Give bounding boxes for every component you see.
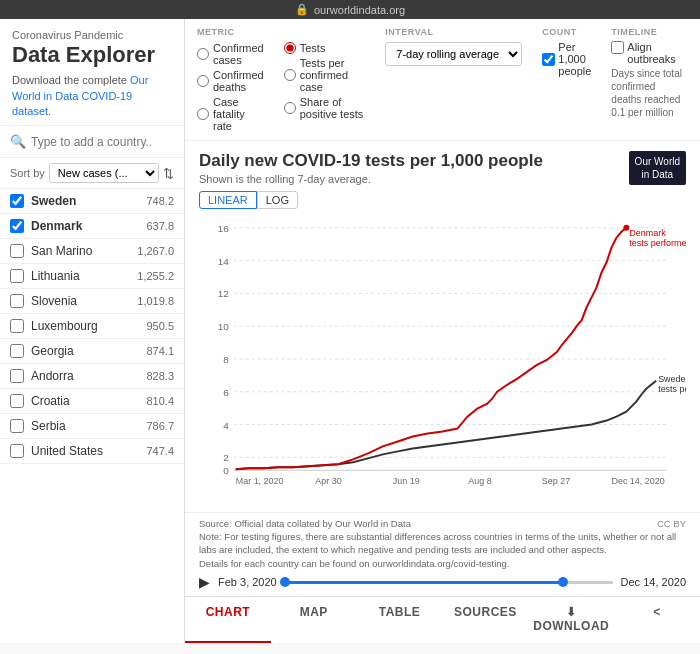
play-button[interactable]: ▶ [199,574,210,590]
country-name: Andorra [31,369,146,383]
country-item[interactable]: Croatia 810.4 [0,389,184,414]
scale-log-btn[interactable]: LOG [257,191,298,209]
svg-text:Apr 30: Apr 30 [315,476,341,486]
timeline-label: TIMELINE [611,27,688,37]
country-checkbox[interactable] [10,344,24,358]
tab-table[interactable]: TABLE [357,597,443,643]
metric-label: METRIC [197,27,264,37]
country-value: 950.5 [146,320,174,332]
country-checkbox[interactable] [10,319,24,333]
slider-start-date: Feb 3, 2020 [218,576,277,588]
country-item[interactable]: San Marino 1,267.0 [0,239,184,264]
country-name: Luxembourg [31,319,146,333]
scale-toggle: LINEAR LOG [199,191,686,209]
tab-sources[interactable]: SOURCES [442,597,528,643]
country-list: Sweden 748.2 Denmark 637.8 San Marino 1,… [0,189,184,643]
interval-group: INTERVAL 7-day rolling average [385,27,522,66]
chart-title: Daily new COVID-19 tests per 1,000 peopl… [199,151,686,171]
country-name: Georgia [31,344,146,358]
sort-label: Sort by [10,167,45,179]
country-value: 1,255.2 [137,270,174,282]
country-checkbox[interactable] [10,219,24,233]
country-value: 1,267.0 [137,245,174,257]
country-item[interactable]: Sweden 748.2 [0,189,184,214]
source-details: Details for each country can be found on… [199,558,510,569]
chart-subtitle: Shown is the rolling 7-day average. [199,173,686,185]
metric-case-fatality[interactable]: Case fatality rate [197,96,264,132]
owid-link[interactable]: Our World in Data COVID-19 dataset. [12,74,148,117]
interval-select[interactable]: 7-day rolling average [385,42,522,66]
svg-text:2: 2 [223,452,229,463]
country-name: Serbia [31,419,146,433]
country-checkbox[interactable] [10,244,24,258]
metric-group-2: X Tests Tests per confirmed case Share o… [284,27,366,120]
source-note: Note: For testing figures, there are sub… [199,531,676,555]
sort-select[interactable]: New cases (... [49,163,159,183]
country-item[interactable]: United States 747.4 [0,439,184,464]
country-checkbox[interactable] [10,444,24,458]
svg-text:Mar 1, 2020: Mar 1, 2020 [236,476,284,486]
cc-label: CC BY [657,517,686,530]
slider-thumb-left[interactable] [280,577,290,587]
country-name: Croatia [31,394,146,408]
search-input[interactable] [31,135,174,149]
svg-text:tests performed: tests performed [629,238,686,248]
metric-confirmed-deaths[interactable]: Confirmed deaths [197,69,264,93]
tab-chart[interactable]: CHART [185,597,271,643]
slider-thumb-right[interactable] [558,577,568,587]
country-item[interactable]: Luxembourg 950.5 [0,314,184,339]
country-checkbox[interactable] [10,369,24,383]
sidebar-header: Coronavirus Pandemic Data Explorer Downl… [0,19,184,126]
country-value: 810.4 [146,395,174,407]
search-box[interactable]: 🔍 [0,126,184,158]
topbar: 🔒 ourworldindata.org [0,0,700,19]
svg-text:Denmark: Denmark [629,228,666,238]
sidebar-title: Data Explorer [12,43,172,67]
country-name: United States [31,444,146,458]
svg-point-28 [623,225,629,231]
svg-text:Dec 14, 2020: Dec 14, 2020 [611,476,664,486]
country-value: 828.3 [146,370,174,382]
country-item[interactable]: Serbia 786.7 [0,414,184,439]
metric-group: METRIC Confirmed cases Confirmed deaths … [197,27,264,132]
count-per-million[interactable]: Per 1,000people [542,41,591,77]
country-item[interactable]: Slovenia 1,019.8 [0,289,184,314]
country-item[interactable]: Andorra 828.3 [0,364,184,389]
country-checkbox[interactable] [10,294,24,308]
sidebar-subtitle: Coronavirus Pandemic [12,29,172,41]
tab-download[interactable]: ⬇ DOWNLOAD [528,597,614,643]
slider-track[interactable] [285,581,613,584]
svg-text:tests performed: tests performed [658,384,686,394]
svg-text:10: 10 [218,321,230,332]
svg-text:14: 14 [218,256,230,267]
metric-tests-per-case[interactable]: Tests per confirmed case [284,57,366,93]
topbar-url: ourworldindata.org [314,4,405,16]
tab-map[interactable]: MAP [271,597,357,643]
metric-tests[interactable]: Tests [284,42,366,54]
country-checkbox[interactable] [10,419,24,433]
country-value: 786.7 [146,420,174,432]
tab-share[interactable]: < [614,597,700,643]
country-item[interactable]: Denmark 637.8 [0,214,184,239]
metric-confirmed-cases[interactable]: Confirmed cases [197,42,264,66]
country-item[interactable]: Lithuania 1,255.2 [0,264,184,289]
svg-text:6: 6 [223,387,229,398]
metric-positive-share[interactable]: Share of positive tests [284,96,366,120]
country-checkbox[interactable] [10,194,24,208]
svg-text:8: 8 [223,354,229,365]
country-item[interactable]: Georgia 874.1 [0,339,184,364]
sort-order-icon[interactable]: ⇅ [163,166,174,181]
source-text: CC BY Source: Official data collated by … [199,517,686,570]
count-group: COUNT Per 1,000people [542,27,591,77]
svg-text:4: 4 [223,420,229,431]
country-checkbox[interactable] [10,394,24,408]
country-checkbox[interactable] [10,269,24,283]
svg-text:Sweden: Sweden [658,374,686,384]
slider-end-date: Dec 14, 2020 [621,576,686,588]
timeline-slider[interactable]: ▶ Feb 3, 2020 Dec 14, 2020 [199,574,686,590]
svg-text:Sep 27: Sep 27 [542,476,570,486]
country-value: 874.1 [146,345,174,357]
align-outbreaks-option[interactable]: Align outbreaks [611,41,688,65]
scale-linear-btn[interactable]: LINEAR [199,191,257,209]
timeline-description: Days since total confirmed deaths reache… [611,67,688,119]
